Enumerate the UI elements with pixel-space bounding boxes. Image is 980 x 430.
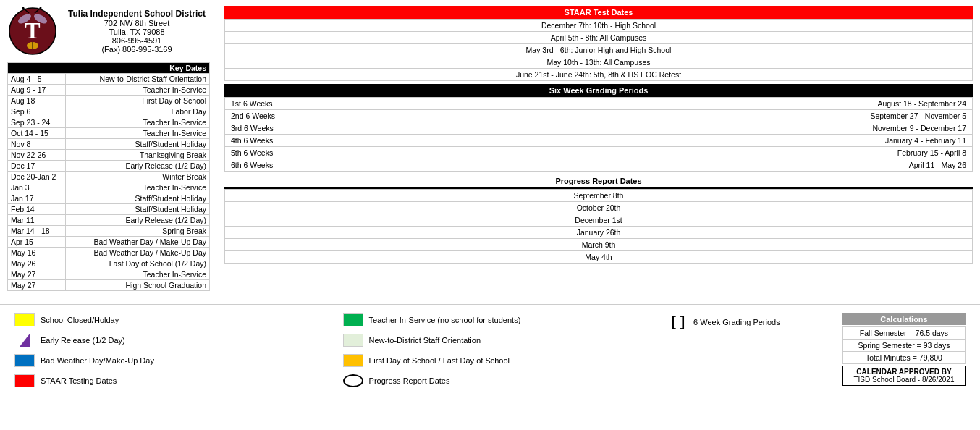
- key-date-date: Mar 14 - 18: [8, 226, 66, 237]
- svg-point-7: [22, 7, 25, 9]
- calc-body: Fall Semester = 76.5 daysSpring Semester…: [842, 327, 965, 364]
- key-date-date: May 27: [8, 269, 66, 280]
- progress-date: December 1st: [225, 214, 973, 227]
- calc-row: Fall Semester = 76.5 days: [842, 327, 965, 340]
- progress-date: October 20th: [225, 202, 973, 214]
- key-date-row: Aug 18First Day of School: [8, 96, 210, 106]
- key-date-date: Oct 14 - 15: [8, 128, 66, 139]
- legend-school-closed: School Closed/Holday: [14, 313, 329, 326]
- teacher-inservice-label: Teacher In-Service (no school for studen…: [369, 316, 521, 324]
- key-dates-body: Aug 4 - 5New-to-District Staff Orientati…: [8, 74, 210, 291]
- legend-staar: STAAR Testing Dates: [14, 374, 329, 387]
- school-phone: 806-995-4591: [64, 36, 210, 45]
- mascot-icon: T: [7, 6, 58, 56]
- six-week-period: 1st 6 Weeks: [225, 98, 481, 110]
- early-release-label: Early Release (1/2 Day): [41, 336, 125, 345]
- progress-date: May 4th: [225, 251, 973, 264]
- six-week-period: 6th 6 Weeks: [225, 159, 481, 172]
- six-week-table: 1st 6 WeeksAugust 18 - September 242nd 6…: [224, 97, 973, 172]
- key-date-date: Aug 9 - 17: [8, 85, 66, 96]
- staar-row: April 5th - 8th: All Campuses: [225, 32, 973, 44]
- key-date-event: Labor Day: [66, 106, 210, 117]
- school-address1: 702 NW 8th Street: [64, 19, 210, 28]
- staar-row: December 7th: 10th - High School: [225, 20, 973, 32]
- staar-label: STAAR Testing Dates: [41, 376, 117, 385]
- six-week-row: 5th 6 WeeksFebruary 15 - April 8: [225, 147, 973, 159]
- key-date-event: Last Day of School (1/2 Day): [66, 258, 210, 269]
- legend-bad-weather: Bad Weather Day/Make-Up Day: [14, 354, 329, 367]
- key-date-date: Sep 6: [8, 106, 66, 117]
- key-date-date: Nov 8: [8, 139, 66, 150]
- progress-report-label: Progress Report Dates: [369, 376, 450, 385]
- progress-row: December 1st: [225, 214, 973, 227]
- staar-header: STAAR Test Dates: [224, 6, 973, 19]
- key-date-row: Dec 17Early Release (1/2 Day): [8, 161, 210, 172]
- legend-section: School Closed/Holday Early Release (1/2 …: [0, 304, 980, 396]
- calc-row-text: Total Minutes = 79,800: [842, 352, 965, 364]
- key-dates-header: Key Dates: [8, 63, 210, 74]
- key-date-date: Jan 17: [8, 193, 66, 204]
- key-date-event: Winter Break: [66, 172, 210, 182]
- bad-weather-icon: [14, 354, 35, 367]
- key-date-date: Dec 20-Jan 2: [8, 172, 66, 182]
- school-header: T Tulia Independent School District 702 …: [7, 6, 210, 56]
- staar-body: December 7th: 10th - High SchoolApril 5t…: [225, 20, 973, 81]
- staar-row: May 10th - 13th: All Campuses: [225, 56, 973, 69]
- early-release-icon: [20, 334, 30, 347]
- legend-progress-report: Progress Report Dates: [343, 374, 657, 387]
- staar-row-text: June 21st - June 24th: 5th, 8th & HS EOC…: [225, 69, 973, 81]
- legend-col2: Teacher In-Service (no school for studen…: [343, 313, 657, 387]
- legend-teacher-inservice: Teacher In-Service (no school for studen…: [343, 313, 657, 326]
- key-date-row: Oct 14 - 15Teacher In-Service: [8, 128, 210, 139]
- progress-row: September 8th: [225, 190, 973, 202]
- key-dates-table: Key Dates Aug 4 - 5New-to-District Staff…: [7, 62, 210, 291]
- progress-row: January 26th: [225, 227, 973, 239]
- key-date-row: Dec 20-Jan 2Winter Break: [8, 172, 210, 182]
- key-date-date: May 26: [8, 258, 66, 269]
- staar-row: June 21st - June 24th: 5th, 8th & HS EOC…: [225, 69, 973, 81]
- key-date-event: High School Graduation: [66, 280, 210, 291]
- key-date-event: Early Release (1/2 Day): [66, 215, 210, 226]
- school-name: Tulia Independent School District: [64, 9, 210, 19]
- key-date-event: Staff/Student Holiday: [66, 204, 210, 215]
- key-date-row: Sep 23 - 24Teacher In-Service: [8, 117, 210, 128]
- teacher-inservice-icon: [343, 313, 363, 326]
- left-panel: T Tulia Independent School District 702 …: [7, 6, 210, 291]
- bracket-icon: [ ]: [671, 313, 685, 330]
- six-week-row: 2nd 6 WeeksSeptember 27 - November 5: [225, 110, 973, 122]
- key-date-event: New-to-District Staff Orientation: [66, 74, 210, 85]
- key-date-event: Teacher In-Service: [66, 117, 210, 128]
- six-week-row: 1st 6 WeeksAugust 18 - September 24: [225, 98, 973, 110]
- six-week-dates: August 18 - September 24: [481, 98, 973, 110]
- progress-section: Progress Report Dates September 8thOctob…: [224, 174, 973, 264]
- key-date-row: Aug 4 - 5New-to-District Staff Orientati…: [8, 74, 210, 85]
- key-date-row: Mar 11Early Release (1/2 Day): [8, 215, 210, 226]
- staar-icon: [14, 374, 35, 387]
- progress-row: March 9th: [225, 239, 973, 251]
- key-date-event: Bad Weather Day / Make-Up Day: [66, 237, 210, 248]
- six-week-section: Six Week Grading Periods 1st 6 WeeksAugu…: [224, 84, 973, 172]
- key-date-row: Nov 22-26Thanksgiving Break: [8, 150, 210, 161]
- key-date-date: Jan 3: [8, 182, 66, 193]
- key-date-row: Jan 17Staff/Student Holiday: [8, 193, 210, 204]
- calc-row: Total Minutes = 79,800: [842, 352, 965, 364]
- key-date-date: Nov 22-26: [8, 150, 66, 161]
- staar-row-text: May 10th - 13th: All Campuses: [225, 56, 973, 69]
- key-date-date: Mar 11: [8, 215, 66, 226]
- staar-row-text: December 7th: 10th - High School: [225, 20, 973, 32]
- key-date-row: Aug 9 - 17Teacher In-Service: [8, 85, 210, 96]
- key-date-event: First Day of School: [66, 96, 210, 106]
- school-closed-label: School Closed/Holday: [41, 316, 119, 324]
- key-date-event: Bad Weather Day / Make-Up Day: [66, 248, 210, 258]
- six-week-period: 4th 6 Weeks: [225, 135, 481, 147]
- six-week-grading-label: 6 Week Grading Periods: [693, 318, 780, 326]
- key-date-event: Thanksgiving Break: [66, 150, 210, 161]
- legend-col1: School Closed/Holday Early Release (1/2 …: [14, 313, 329, 387]
- legend-col3: [ ] 6 Week Grading Periods: [671, 313, 828, 330]
- calc-header: Calculations: [842, 313, 966, 325]
- six-week-body: 1st 6 WeeksAugust 18 - September 242nd 6…: [225, 98, 973, 172]
- progress-date: March 9th: [225, 239, 973, 251]
- svg-point-9: [40, 7, 42, 9]
- progress-date: January 26th: [225, 227, 973, 239]
- progress-row: May 4th: [225, 251, 973, 264]
